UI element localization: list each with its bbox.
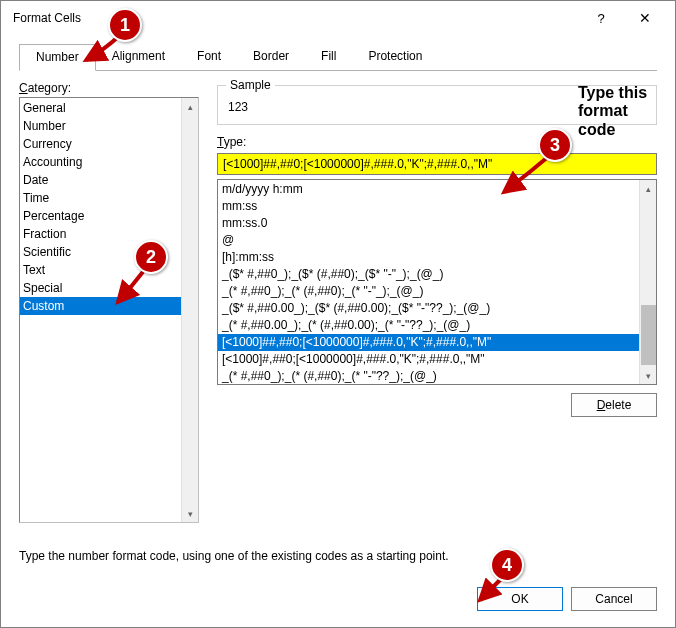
annotation-bubble-1: 1 [108,8,142,42]
list-item[interactable]: mm:ss [218,198,639,215]
type-scrollbar[interactable]: ▴ ▾ [639,180,656,384]
tab-protection[interactable]: Protection [352,44,438,71]
dialog-footer: OK Cancel [1,575,675,627]
tab-border[interactable]: Border [237,44,305,71]
scroll-thumb-track[interactable] [640,197,656,367]
tab-number[interactable]: Number [19,44,96,71]
titlebar: Format Cells ? ✕ [1,1,675,35]
list-item[interactable]: [<1000]#,##0;[<1000000]#,###.0,"K";#,###… [218,351,639,368]
list-item[interactable]: Custom [20,297,181,315]
category-listbox-items: GeneralNumberCurrencyAccountingDateTimeP… [20,98,181,522]
list-item[interactable]: General [20,99,181,117]
dialog-content: Number Alignment Font Border Fill Protec… [1,35,675,575]
list-item[interactable]: Percentage [20,207,181,225]
list-item[interactable]: mm:ss.0 [218,215,639,232]
list-item[interactable]: m/d/yyyy h:mm [218,181,639,198]
category-label: Category: [19,81,199,95]
delete-button[interactable]: Delete [571,393,657,417]
category-column: Category: GeneralNumberCurrencyAccountin… [19,81,199,523]
annotation-bubble-3: 3 [538,128,572,162]
tabstrip: Number Alignment Font Border Fill Protec… [19,43,657,71]
type-listbox-items: m/d/yyyy h:mmmm:ssmm:ss.0@[h]:mm:ss_($* … [218,180,639,384]
tab-fill[interactable]: Fill [305,44,352,71]
tab-font[interactable]: Font [181,44,237,71]
list-item[interactable]: _(* #,##0_);_(* (#,##0);_(* "-"??_);_(@_… [218,368,639,384]
right-column: Sample 123 Type: m/d/yyyy h:mmmm:ssmm:ss… [217,81,657,523]
scroll-down-icon[interactable]: ▾ [646,367,651,384]
category-listbox[interactable]: GeneralNumberCurrencyAccountingDateTimeP… [19,97,199,523]
list-item[interactable]: Date [20,171,181,189]
list-item[interactable]: _($* #,##0.00_);_($* (#,##0.00);_($* "-"… [218,300,639,317]
list-item[interactable]: Number [20,117,181,135]
list-item[interactable]: Currency [20,135,181,153]
cancel-button[interactable]: Cancel [571,587,657,611]
delete-row: Delete [217,387,657,417]
list-item[interactable]: _($* #,##0_);_($* (#,##0);_($* "-"_);_(@… [218,266,639,283]
annotation-text: Type this format code [578,84,647,139]
sample-label: Sample [226,78,275,92]
annotation-bubble-2: 2 [134,240,168,274]
annotation-bubble-4: 4 [490,548,524,582]
dialog-title: Format Cells [13,11,579,25]
scroll-down-icon[interactable]: ▾ [188,505,193,522]
tab-alignment[interactable]: Alignment [96,44,181,71]
type-input[interactable] [217,153,657,175]
scroll-up-icon[interactable]: ▴ [188,98,193,115]
scroll-up-icon[interactable]: ▴ [646,180,651,197]
instruction-text: Type the number format code, using one o… [19,549,657,563]
list-item[interactable]: Time [20,189,181,207]
type-listbox[interactable]: m/d/yyyy h:mmmm:ssmm:ss.0@[h]:mm:ss_($* … [217,179,657,385]
scroll-thumb[interactable] [641,305,656,365]
ok-button[interactable]: OK [477,587,563,611]
format-cells-dialog: Format Cells ? ✕ Number Alignment Font B… [0,0,676,628]
list-item[interactable]: _(* #,##0.00_);_(* (#,##0.00);_(* "-"??_… [218,317,639,334]
list-item[interactable]: _(* #,##0_);_(* (#,##0);_(* "-"_);_(@_) [218,283,639,300]
list-item[interactable]: Special [20,279,181,297]
list-item[interactable]: [<1000]##,##0;[<1000000]#,###.0,"K";#,##… [218,334,639,351]
category-scrollbar[interactable]: ▴ ▾ [181,98,198,522]
list-item[interactable]: [h]:mm:ss [218,249,639,266]
help-icon[interactable]: ? [579,3,623,33]
close-icon[interactable]: ✕ [623,3,667,33]
list-item[interactable]: Accounting [20,153,181,171]
list-item[interactable]: @ [218,232,639,249]
